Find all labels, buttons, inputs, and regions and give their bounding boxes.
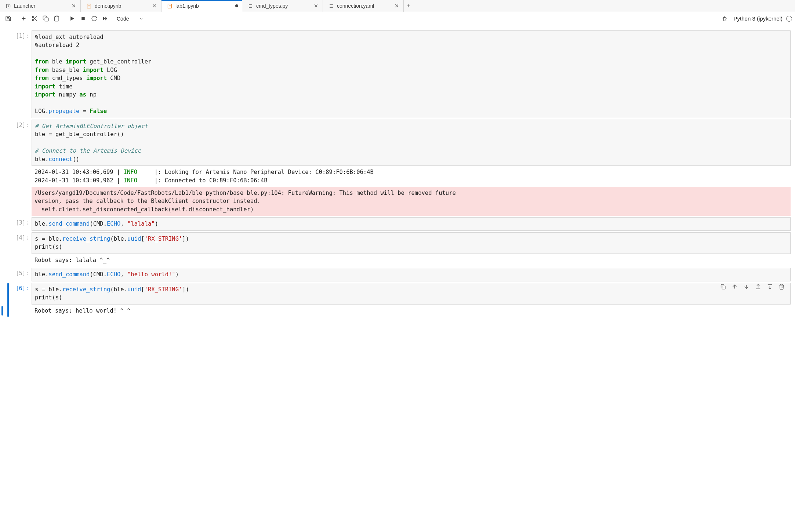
restart-kernel-button[interactable] [89,14,99,24]
copy-cell-button[interactable] [40,14,51,24]
yaml-icon [328,3,334,9]
insert-cell-below-button[interactable] [766,284,773,290]
tab-close-button[interactable]: ✕ [71,2,77,10]
code-cell[interactable]: [5]:ble.send_command(CMD.ECHO, "hello wo… [6,268,791,281]
interrupt-kernel-button[interactable] [78,14,88,24]
tab-label: Launcher [14,3,68,9]
svg-rect-36 [722,286,725,289]
save-button[interactable] [3,14,13,24]
svg-marker-27 [105,17,107,21]
cell-prompt: [5]: [6,268,32,281]
tab-bar: Launcher✕demo.ipynb✕lab1.ipynbcmd_types.… [0,0,795,12]
output-selection-indicator [1,306,3,316]
cell-type-label: Code [117,16,129,22]
cell-code-editor[interactable]: s = ble.receive_string(ble.uuid['RX_STRI… [32,283,791,305]
svg-rect-6 [169,6,171,6]
code-cell[interactable]: [1]:%load_ext autoreload %autoreload 2 f… [6,30,791,118]
cell-output-warning: /Users/yangd19/Documents/Code/FastRobots… [32,187,791,216]
cell-type-select[interactable]: Code [113,14,146,23]
svg-rect-3 [88,6,90,6]
svg-line-20 [35,19,37,21]
tab-label: lab1.ipynb [175,3,232,9]
duplicate-cell-button[interactable] [719,284,726,290]
insert-cell-above-button[interactable] [755,284,761,290]
svg-line-34 [723,20,724,21]
delete-cell-button[interactable] [778,284,785,290]
svg-line-31 [726,17,726,18]
svg-marker-26 [103,17,105,21]
tab-close-button[interactable]: ✕ [394,2,400,10]
cell-code-editor[interactable]: s = ble.receive_string(ble.uuid['RX_STRI… [32,232,791,254]
cell-code-editor[interactable]: ble.send_command(CMD.ECHO, "lalala") [32,217,791,230]
cell-prompt: [4]: [6,232,32,266]
code-cell[interactable]: [2]:# Get ArtemisBLEController object bl… [6,120,791,216]
tab-overflow-button[interactable] [404,0,413,12]
code-cell[interactable]: [6]:s = ble.receive_string(ble.uuid['RX_… [6,283,791,317]
tab-cmd_types-py[interactable]: cmd_types.py✕ [242,0,323,12]
insert-cell-button[interactable] [18,14,29,24]
svg-rect-2 [88,5,90,5]
restart-run-all-button[interactable] [100,14,110,24]
svg-point-28 [723,18,726,20]
tab-demo-ipynb[interactable]: demo.ipynb✕ [81,0,161,12]
svg-line-35 [726,20,726,21]
svg-rect-5 [169,5,171,5]
notebook-toolbar: Code Python 3 (ipykernel) [0,12,795,25]
tab-close-button[interactable]: ✕ [152,2,157,10]
cell-output-stream: 2024-01-31 10:43:06,699 | INFO |: Lookin… [32,166,791,187]
kernel-status-idle-icon[interactable] [786,16,792,22]
svg-marker-24 [70,17,74,21]
svg-rect-0 [6,4,10,8]
notebook-icon [86,3,92,9]
paste-cell-button[interactable] [51,14,62,24]
svg-point-18 [32,19,34,21]
run-cell-button[interactable] [67,14,77,24]
tab-connection-yaml[interactable]: connection.yaml✕ [323,0,404,12]
svg-point-17 [32,16,34,18]
cell-prompt: [2]: [6,120,32,216]
cell-action-bar [719,284,785,290]
svg-line-30 [723,17,724,18]
cell-prompt: [6]: [6,283,32,317]
move-cell-up-button[interactable] [731,284,738,290]
code-cell[interactable]: [4]:s = ble.receive_string(ble.uuid['RX_… [6,232,791,266]
python-icon [247,3,253,9]
kernel-name[interactable]: Python 3 (ipykernel) [734,15,783,22]
tab-label: connection.yaml [337,3,391,9]
svg-rect-23 [55,16,58,17]
tab-close-button[interactable]: ✕ [313,2,319,10]
svg-line-21 [33,18,35,19]
tab-label: demo.ipynb [95,3,149,9]
cell-selection-indicator [7,283,9,317]
cut-cell-button[interactable] [29,14,40,24]
chevron-down-icon [139,17,144,21]
tab-launcher[interactable]: Launcher✕ [0,0,81,12]
svg-rect-25 [81,17,85,20]
svg-rect-22 [45,18,48,21]
cell-code-editor[interactable]: ble.send_command(CMD.ECHO, "hello world!… [32,268,791,281]
cell-code-editor[interactable]: # Get ArtemisBLEController object ble = … [32,120,791,166]
tab-label: cmd_types.py [256,3,310,9]
cell-output-text: Robot says: lalala ^_^ [32,254,791,266]
cell-code-editor[interactable]: %load_ext autoreload %autoreload 2 from … [32,30,791,118]
debugger-button[interactable] [720,14,730,24]
move-cell-down-button[interactable] [743,284,749,290]
notebook-body: [1]:%load_ext autoreload %autoreload 2 f… [0,25,795,329]
tab-lab1-ipynb[interactable]: lab1.ipynb [161,0,242,12]
tab-dirty-indicator[interactable] [235,4,238,7]
code-cell[interactable]: [3]:ble.send_command(CMD.ECHO, "lalala") [6,217,791,230]
cell-prompt: [1]: [6,30,32,118]
launcher-icon [5,3,11,9]
notebook-icon [167,3,173,9]
cell-prompt: [3]: [6,217,32,230]
cell-output-text: Robot says: hello world! ^_^ [32,305,791,317]
